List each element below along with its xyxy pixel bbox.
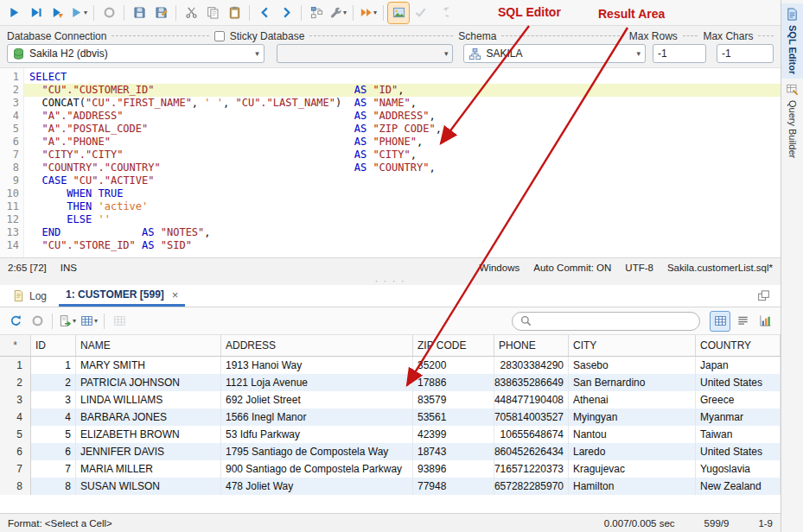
- table-cell[interactable]: New Zealand: [696, 478, 781, 495]
- table-cell[interactable]: 18743: [413, 443, 494, 460]
- table-cell[interactable]: Myingyan: [569, 408, 696, 426]
- table-cell[interactable]: United States: [696, 374, 781, 391]
- forward-button[interactable]: [276, 3, 296, 23]
- copy-button[interactable]: [202, 3, 223, 23]
- save-button[interactable]: [129, 3, 150, 23]
- max-rows-input[interactable]: [653, 44, 706, 63]
- code-line[interactable]: CASE "CU"."ACTIVE": [24, 174, 781, 187]
- table-cell[interactable]: 478 Joliet Way: [221, 478, 413, 495]
- table-cell[interactable]: 10655648674: [494, 426, 569, 443]
- code-line[interactable]: THEN 'active': [24, 200, 781, 213]
- table-cell[interactable]: Athenai: [569, 391, 696, 408]
- sticky-database-checkbox[interactable]: [214, 31, 225, 41]
- table-cell[interactable]: Kragujevac: [569, 460, 696, 478]
- table-cell[interactable]: ELIZABETH BROWN: [76, 426, 221, 443]
- table-cell[interactable]: Laredo: [569, 443, 696, 460]
- code-line[interactable]: "CITY"."CITY" AS "CITY",: [24, 149, 781, 162]
- execute-current-button[interactable]: [25, 3, 46, 23]
- export-button[interactable]: ▾: [57, 311, 78, 332]
- code-line[interactable]: WHEN TRUE: [24, 187, 781, 200]
- code-line[interactable]: END AS "NOTES",: [24, 226, 781, 239]
- stop-load-button[interactable]: [27, 311, 48, 332]
- table-cell[interactable]: 692 Joliet Street: [221, 391, 413, 408]
- table-cell[interactable]: 17886: [413, 374, 494, 391]
- grid-corner-header[interactable]: *: [0, 335, 31, 356]
- table-cell[interactable]: Sasebo: [569, 357, 696, 374]
- paste-button[interactable]: [224, 3, 245, 23]
- table-cell[interactable]: 1: [31, 357, 76, 374]
- table-cell[interactable]: Yugoslavia: [696, 460, 781, 478]
- table-cell[interactable]: 8: [31, 478, 76, 495]
- sql-code-area[interactable]: SELECT "CU"."CUSTOMER_ID" AS "ID", CONCA…: [24, 68, 781, 257]
- code-line[interactable]: SELECT: [24, 71, 781, 84]
- execute-script-button[interactable]: [47, 3, 67, 23]
- max-chars-input[interactable]: [717, 44, 774, 63]
- grid-view-button[interactable]: [710, 311, 730, 332]
- table-cell[interactable]: 4: [31, 408, 76, 426]
- row-number[interactable]: 7: [0, 460, 31, 478]
- table-cell[interactable]: Nantou: [569, 426, 696, 443]
- code-line[interactable]: "A"."PHONE" AS "PHONE",: [24, 136, 781, 149]
- grid-options-button[interactable]: ▾: [79, 311, 99, 332]
- table-cell[interactable]: 448477190408: [494, 391, 569, 408]
- search-input[interactable]: [536, 315, 692, 327]
- row-number[interactable]: 5: [0, 426, 31, 443]
- table-cell[interactable]: 2: [31, 374, 76, 391]
- text-view-button[interactable]: [732, 311, 753, 332]
- reload-button[interactable]: [5, 311, 26, 332]
- table-cell[interactable]: MARIA MILLER: [76, 460, 221, 478]
- table-cell[interactable]: 83579: [413, 391, 494, 408]
- close-result-tab-icon[interactable]: ×: [172, 288, 179, 301]
- table-cell[interactable]: JENNIFER DAVIS: [76, 443, 221, 460]
- tab-sql-editor[interactable]: SQL Editor: [781, 3, 803, 79]
- table-cell[interactable]: 1566 Inegl Manor: [221, 408, 413, 426]
- table-cell[interactable]: 657282285970: [494, 478, 569, 495]
- table-cell[interactable]: San Bernardino: [569, 374, 696, 391]
- table-cell[interactable]: Taiwan: [696, 426, 781, 443]
- code-line[interactable]: ELSE '': [24, 213, 781, 226]
- column-header-name[interactable]: NAME: [76, 335, 221, 356]
- execute-button[interactable]: [3, 3, 24, 23]
- back-button[interactable]: [254, 3, 275, 23]
- table-cell[interactable]: Japan: [696, 357, 781, 374]
- table-cell[interactable]: 28303384290: [494, 357, 569, 374]
- stop-button[interactable]: [99, 3, 119, 23]
- cut-button[interactable]: [181, 3, 201, 23]
- table-cell[interactable]: 35200: [413, 357, 494, 374]
- splitter-handle[interactable]: · · · ·: [0, 276, 781, 285]
- tab-query-builder[interactable]: Query Builder: [781, 79, 803, 162]
- commit-button[interactable]: [410, 3, 430, 23]
- table-cell[interactable]: 6: [31, 443, 76, 460]
- table-cell[interactable]: 838635286649: [494, 374, 569, 391]
- tools-button[interactable]: ▾: [328, 3, 348, 23]
- row-number[interactable]: 3: [0, 391, 31, 408]
- table-cell[interactable]: Greece: [696, 391, 781, 408]
- code-line[interactable]: "A"."POSTAL_CODE" AS "ZIP CODE",: [24, 123, 781, 136]
- chart-view-button[interactable]: [755, 311, 775, 332]
- column-header-address[interactable]: ADDRESS: [221, 335, 413, 356]
- table-cell[interactable]: 1121 Loja Avenue: [221, 374, 413, 391]
- database-select[interactable]: ▾: [277, 44, 454, 63]
- code-line[interactable]: "A"."ADDRESS" AS "ADDRESS",: [24, 110, 781, 123]
- column-header-id[interactable]: ID: [31, 335, 76, 356]
- save-as-button[interactable]: [150, 3, 171, 23]
- quick-execute-button[interactable]: ▾: [358, 3, 379, 23]
- table-cell[interactable]: PATRICIA JOHNSON: [76, 374, 221, 391]
- rollback-button[interactable]: [431, 3, 452, 23]
- code-line[interactable]: "CU"."CUSTOMER_ID" AS "ID",: [24, 84, 781, 97]
- table-cell[interactable]: Hamilton: [569, 478, 696, 495]
- tab-result-customer[interactable]: 1: CUSTOMER [599] ×: [59, 285, 185, 307]
- tab-log[interactable]: Log: [5, 285, 54, 307]
- schema-select[interactable]: SAKILA ▾: [463, 44, 646, 63]
- table-cell[interactable]: BARBARA JONES: [76, 408, 221, 426]
- table-cell[interactable]: 860452626434: [494, 443, 569, 460]
- table-cell[interactable]: 77948: [413, 478, 494, 495]
- code-line[interactable]: CONCAT("CU"."FIRST_NAME", ' ', "CU"."LAS…: [24, 97, 781, 110]
- column-header-phone[interactable]: PHONE: [494, 335, 569, 356]
- table-cell[interactable]: SUSAN WILSON: [76, 478, 221, 495]
- pin-grid-button[interactable]: [109, 311, 130, 332]
- table-cell[interactable]: 716571220373: [494, 460, 569, 478]
- result-search-box[interactable]: [512, 312, 700, 331]
- table-cell[interactable]: 53 Idfu Parkway: [221, 426, 413, 443]
- table-cell[interactable]: 42399: [413, 426, 494, 443]
